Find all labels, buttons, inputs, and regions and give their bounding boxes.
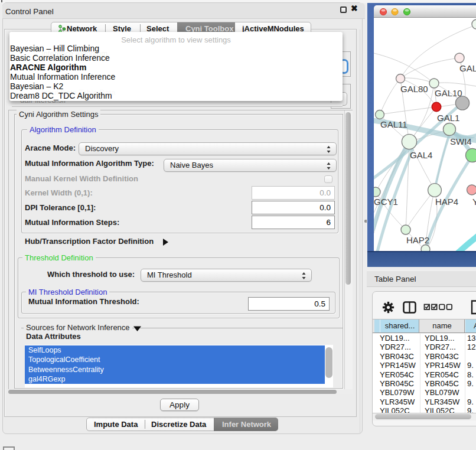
svg-text:GAL1: GAL1	[437, 113, 459, 123]
svg-text:GAL2: GAL2	[459, 63, 476, 73]
svg-text:GCY1: GCY1	[374, 197, 398, 207]
svg-text:GAL4: GAL4	[410, 150, 432, 160]
svg-text:HAP4: HAP4	[435, 197, 458, 207]
svg-text:GAL11: GAL11	[380, 119, 407, 129]
svg-text:HAP2: HAP2	[406, 235, 429, 245]
svg-text:Y: Y	[472, 197, 476, 207]
svg-text:SWI4: SWI4	[450, 136, 472, 146]
svg-text:GAL80: GAL80	[400, 84, 428, 94]
svg-text:GAL10: GAL10	[435, 88, 462, 98]
